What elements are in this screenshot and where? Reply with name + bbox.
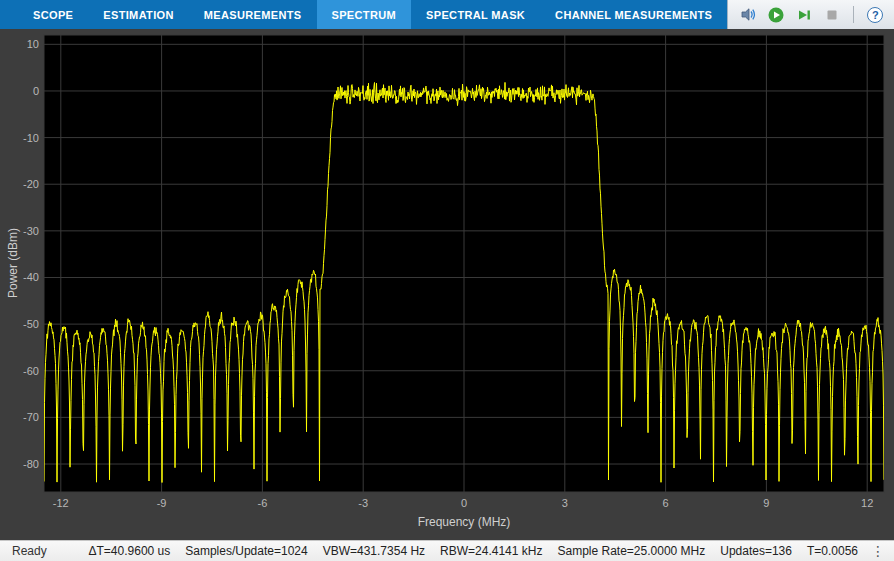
svg-text:-40: -40	[23, 271, 39, 283]
status-metric: T=0.0056	[807, 544, 858, 558]
tab-estimation[interactable]: ESTIMATION	[88, 0, 189, 29]
help-icon: ?	[867, 7, 883, 23]
svg-text:-3: -3	[358, 497, 368, 509]
status-ready: Ready	[12, 544, 47, 558]
spectrum-analyzer-window: SCOPE ESTIMATION MEASUREMENTS SPECTRUM S…	[0, 0, 894, 561]
svg-text:-30: -30	[23, 225, 39, 237]
tab-strip: SCOPE ESTIMATION MEASUREMENTS SPECTRUM S…	[0, 0, 727, 29]
tab-spectrum[interactable]: SPECTRUM	[317, 0, 412, 29]
overflow-menu-button[interactable]: ⋮	[868, 544, 888, 558]
svg-text:-10: -10	[23, 132, 39, 144]
svg-text:-60: -60	[23, 365, 39, 377]
svg-text:0: 0	[33, 85, 39, 97]
svg-text:-12: -12	[53, 497, 69, 509]
status-metric: Sample Rate=25.0000 MHz	[557, 544, 705, 558]
svg-text:0: 0	[461, 497, 467, 509]
tab-measurements[interactable]: MEASUREMENTS	[189, 0, 317, 29]
tab-spectral-mask[interactable]: SPECTRAL MASK	[411, 0, 540, 29]
svg-text:-50: -50	[23, 318, 39, 330]
svg-text:3: 3	[562, 497, 568, 509]
svg-text:-70: -70	[23, 411, 39, 423]
svg-text:6: 6	[663, 497, 669, 509]
status-metric: Updates=136	[720, 544, 792, 558]
status-metric: RBW=24.4141 kHz	[440, 544, 542, 558]
svg-text:10: 10	[27, 38, 39, 50]
tab-scope[interactable]: SCOPE	[18, 0, 88, 29]
svg-text:-20: -20	[23, 178, 39, 190]
playback-toolbar: ?	[727, 0, 894, 29]
tab-channel-measurements[interactable]: CHANNEL MEASUREMENTS	[540, 0, 727, 29]
toolstrip-tabbar: SCOPE ESTIMATION MEASUREMENTS SPECTRUM S…	[0, 0, 894, 29]
speaker-button[interactable]	[737, 4, 759, 26]
step-forward-button[interactable]	[793, 4, 815, 26]
x-axis-label: Frequency (MHz)	[44, 515, 884, 529]
help-button[interactable]: ?	[864, 4, 886, 26]
stop-icon	[823, 6, 841, 24]
toolbar-divider	[853, 6, 854, 23]
status-metric: Samples/Update=1024	[185, 544, 307, 558]
svg-text:9: 9	[763, 497, 769, 509]
run-button[interactable]	[765, 4, 787, 26]
y-axis-label: Power (dBm)	[6, 228, 20, 298]
svg-text:12: 12	[861, 497, 873, 509]
step-forward-icon	[795, 6, 813, 24]
plot-area: -12-9-6-3036912100-10-20-30-40-50-60-70-…	[0, 29, 894, 540]
status-metric: VBW=431.7354 Hz	[323, 544, 425, 558]
run-icon	[767, 6, 785, 24]
svg-text:-9: -9	[157, 497, 167, 509]
svg-text:-6: -6	[258, 497, 268, 509]
status-bar: Ready ΔT=40.9600 us Samples/Update=1024 …	[0, 540, 894, 561]
speaker-icon	[740, 6, 757, 23]
spectrum-plot-canvas: -12-9-6-3036912100-10-20-30-40-50-60-70-…	[0, 29, 894, 540]
stop-button[interactable]	[821, 4, 843, 26]
status-metric: ΔT=40.9600 us	[89, 544, 171, 558]
svg-text:-80: -80	[23, 458, 39, 470]
status-metrics: ΔT=40.9600 us Samples/Update=1024 VBW=43…	[89, 544, 859, 558]
